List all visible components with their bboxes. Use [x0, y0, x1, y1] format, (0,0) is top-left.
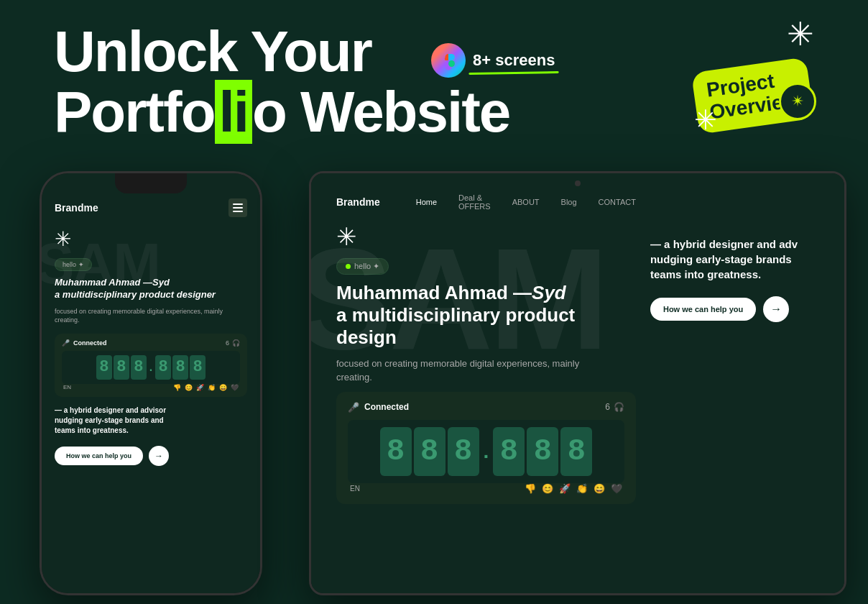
phone-cta-button[interactable]: How we can help you	[55, 447, 143, 465]
phone-cta-arrow[interactable]: →	[149, 446, 169, 466]
screens-label: 8+ screens	[473, 51, 555, 69]
phone-logo: Brandme	[55, 202, 98, 214]
title-plain1: Portfo	[54, 80, 215, 144]
tablet-emoji-2: 😊	[542, 483, 553, 494]
tablet-logo: Brandme	[336, 196, 380, 208]
tablet-mockup: SAM Brandme Home Deal & OFFERS ABOUT Blo…	[309, 171, 846, 595]
menu-line	[233, 203, 243, 205]
tablet-nav: Brandme Home Deal & OFFERS ABOUT Blog CO…	[336, 193, 636, 211]
title-plain2: o Website	[252, 80, 509, 144]
tablet-nav-contact[interactable]: CONTACT	[599, 198, 636, 206]
phone-name: Muhammad Ahmad —Syd a multidisciplinary …	[55, 277, 247, 301]
tablet-cta: How we can help you →	[650, 296, 819, 322]
tablet-cta-button[interactable]: How we can help you	[650, 298, 756, 321]
phone-asterisk-icon: ✳	[55, 227, 247, 251]
phone-hello-badge: hello ✦	[55, 258, 92, 271]
tablet-hello-dot	[346, 264, 351, 269]
tablet-hello-badge: hello ✦	[336, 258, 389, 275]
svg-point-0	[448, 60, 455, 67]
phone-header: Brandme	[55, 198, 247, 217]
tablet-emoji-6: 🖤	[611, 483, 622, 494]
screens-badge: 8+ screens	[431, 43, 555, 78]
tablet-camera	[575, 180, 581, 186]
menu-line	[233, 207, 243, 209]
phone-connected-card: 🎤 Connected 6 🎧 .	[55, 334, 247, 397]
digit-8	[155, 355, 171, 380]
title-highlight: li	[215, 80, 252, 144]
tablet-lang-row: EN 👎 😊 🚀 👏 😄 🖤	[348, 483, 624, 494]
connected-label: Connected	[73, 339, 107, 347]
tablet-emoji-4: 👏	[576, 483, 588, 494]
tablet-lang: EN	[350, 485, 360, 493]
tablet-cta-arrow[interactable]: →	[763, 296, 789, 322]
digit-8	[172, 355, 188, 380]
emoji-3: 🚀	[196, 384, 204, 391]
phone-menu-icon[interactable]	[228, 198, 247, 217]
tablet-digit-display: 8 8 8 . 8 8 8	[348, 420, 624, 483]
tablet-left-col: Brandme Home Deal & OFFERS ABOUT Blog CO…	[336, 193, 636, 580]
tablet-nav-blog[interactable]: Blog	[561, 198, 577, 206]
tablet-nav-deals[interactable]: Deal & OFFERS	[458, 193, 491, 211]
tablet-dot-sep: .	[484, 440, 489, 463]
emoji-2: 😊	[185, 384, 193, 391]
star-circle-icon	[779, 83, 816, 120]
emoji-5: 😄	[219, 384, 227, 391]
digit-8	[131, 355, 147, 380]
digit-8	[114, 355, 129, 380]
emoji-6: 🖤	[231, 384, 239, 391]
phone-lang-row: EN 👎 😊 🚀 👏 😄 🖤	[62, 384, 240, 391]
digit-group-right	[155, 355, 206, 380]
tablet-emoji-3: 🚀	[559, 483, 571, 494]
tablet-asterisk-icon: ✳	[336, 222, 636, 251]
phone-notch	[115, 173, 187, 193]
emoji-1: 👎	[173, 384, 181, 391]
digit-8	[96, 355, 112, 380]
tablet-right-col: — a hybrid designer and adv nudging earl…	[650, 193, 819, 580]
phone-lang: EN	[63, 384, 71, 390]
asterisk-top-right-icon: ✳	[787, 18, 814, 50]
tablet-connected-label: Connected	[364, 402, 409, 412]
phone-mockup: SAM Brandme ✳ hello ✦ Muhammad Ahmad —Sy…	[40, 171, 262, 595]
tablet-name: Muhammad Ahmad —Syd a multidisciplinary …	[336, 282, 636, 349]
dot-separator: .	[149, 361, 152, 374]
digit-8	[190, 355, 206, 380]
tablet-digit: 8	[448, 427, 479, 476]
asterisk-middle-icon: ✳	[694, 106, 717, 134]
tablet-tagline: — a hybrid designer and adv nudging earl…	[650, 237, 819, 282]
tablet-emoji-1: 👎	[525, 483, 536, 494]
tablet-mic-icon: 🎤	[348, 402, 359, 413]
tablet-nav-home[interactable]: Home	[416, 198, 437, 206]
tablet-nav-about[interactable]: ABOUT	[512, 198, 540, 206]
menu-line	[233, 211, 243, 212]
digit-group-left	[96, 355, 147, 380]
tablet-emoji-row: 👎 😊 🚀 👏 😄 🖤	[525, 483, 622, 494]
phone-cta: How we can help you →	[55, 446, 247, 466]
screens-underline	[468, 71, 559, 75]
tablet-desc: focused on creating memorable digital ex…	[336, 357, 636, 385]
connected-count: 6 🎧	[226, 339, 240, 347]
connected-left: 🎤 Connected	[62, 339, 107, 347]
tablet-connected-count: 6 🎧	[605, 402, 624, 412]
phone-screen: SAM Brandme ✳ hello ✦ Muhammad Ahmad —Sy…	[42, 173, 260, 593]
tablet-digit: 8	[560, 427, 592, 476]
tablet-screen: SAM Brandme Home Deal & OFFERS ABOUT Blo…	[311, 173, 844, 593]
tablet-digit: 8	[527, 427, 558, 476]
connected-header: 🎤 Connected 6 🎧	[62, 339, 240, 347]
tablet-digit: 8	[493, 427, 525, 476]
figma-icon	[431, 43, 466, 78]
tablet-digit: 8	[380, 427, 412, 476]
tablet-emoji-5: 😄	[594, 483, 605, 494]
phone-digit-display: .	[62, 351, 240, 384]
emoji-4: 👏	[208, 384, 216, 391]
phone-tagline: — a hybrid designer and advisor nudging …	[55, 406, 247, 436]
phone-hello-text: hello ✦	[63, 261, 84, 268]
phone-emoji-row: 👎 😊 🚀 👏 😄 🖤	[173, 384, 239, 391]
tablet-connected-header: 🎤 Connected 6 🎧	[348, 402, 624, 413]
tablet-digit-right: 8 8 8	[493, 427, 592, 476]
phone-desc: focused on creating memorable digital ex…	[55, 307, 247, 325]
tablet-connected-left: 🎤 Connected	[348, 402, 409, 413]
tablet-hello-text: hello ✦	[354, 262, 379, 271]
tablet-digit: 8	[414, 427, 445, 476]
tablet-digit-left: 8 8 8	[380, 427, 479, 476]
tablet-connected-card: 🎤 Connected 6 🎧 8 8 8	[336, 392, 636, 504]
